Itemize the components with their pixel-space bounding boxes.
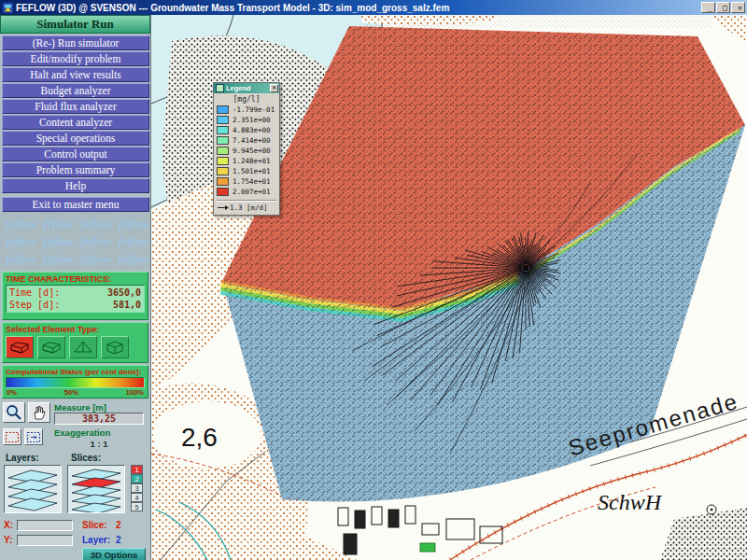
menu-budget-analyzer[interactable]: Budget analyzer [2, 83, 149, 98]
layers-stack-icon [5, 466, 61, 512]
legend-separator [217, 200, 276, 202]
measure-label: Measure [m] [54, 402, 106, 413]
step-label: Step [d]: [9, 299, 60, 311]
element-type-hex-icon[interactable] [37, 336, 65, 358]
sidebar: Simulator Run (Re-) Run simulator Edit/m… [0, 15, 151, 560]
time-panel-title: TIME CHARACTERISTICS: [6, 274, 145, 284]
legend-entry: 4.883e+00 [217, 125, 276, 135]
layer-value: 2 [116, 535, 121, 545]
legend-swatch [217, 136, 229, 145]
y-coordinate-field[interactable] [17, 535, 73, 546]
legend-entry: 1.501e+01 [217, 166, 276, 176]
slice-number-4[interactable]: 4 [131, 493, 143, 502]
menu-halt-view-results[interactable]: Halt and view results [2, 67, 149, 82]
menu-fluid-flux-analyzer[interactable]: Fluid flux analyzer [2, 99, 149, 114]
legend-entry: 2.351e+00 [217, 115, 276, 125]
menu-exit-master[interactable]: Exit to master menu [2, 197, 149, 212]
legend-swatch [217, 188, 229, 196]
time-label: Time [d]: [9, 287, 60, 299]
status-tick-0: 0% [7, 388, 17, 397]
legend-entry: 1.754e+01 [217, 176, 276, 187]
slice-number-3[interactable]: 3 [131, 483, 143, 493]
map-label-depth: 2,6 [181, 423, 218, 452]
status-progress-bar [6, 377, 145, 388]
element-type-tet-icon[interactable] [69, 336, 97, 358]
slice-label: Slice: [82, 520, 107, 530]
menu-control-output[interactable]: Control output [2, 147, 149, 161]
legend-swatch [217, 116, 229, 124]
time-value: 3650,0 [107, 287, 141, 299]
element-type-panel: Selected Element Type: [2, 322, 148, 363]
legend-swatch [217, 157, 229, 165]
slice-number-2[interactable]: 2 [131, 474, 143, 483]
element-type-prism-icon[interactable] [6, 336, 34, 358]
slice-number-list: 1 2 3 4 5 [131, 465, 144, 511]
hand-icon [31, 404, 48, 421]
layers-label: Layers: [6, 453, 39, 463]
legend-entry: -1.799e-01 [217, 105, 276, 115]
menu-edit-problem[interactable]: Edit/modify problem [2, 51, 149, 66]
zoom-tool-button[interactable] [3, 402, 25, 423]
slice-number-5[interactable]: 5 [131, 502, 143, 511]
element-type-title: Selected Element Type: [6, 325, 145, 334]
legend-unit: [mg/l] [217, 95, 276, 105]
green-marker [420, 543, 435, 552]
slice-number-1[interactable]: 1 [131, 465, 143, 474]
menu-problem-summary[interactable]: Problem summary [2, 162, 149, 177]
menu-content-analyzer[interactable]: Content analyzer [2, 115, 149, 130]
pan-tool-button[interactable] [28, 402, 50, 423]
legend-icon [216, 84, 224, 92]
legend-close-icon[interactable]: ✕ [270, 84, 278, 92]
legend-swatch [217, 126, 229, 134]
zoom-box-button[interactable] [3, 428, 21, 445]
maximize-icon[interactable]: □ [716, 2, 730, 13]
legend-entry: 7.414e+00 [217, 135, 276, 146]
legend-window: Legend ✕ [mg/l] -1.799e-01 2.351e+00 4.8… [213, 82, 280, 216]
map-label-place: SchwH [598, 490, 663, 514]
slice-value: 2 [116, 520, 121, 530]
legend-title: Legend [226, 84, 270, 92]
legend-swatch [217, 105, 229, 114]
status-tick-50: 50% [64, 388, 78, 397]
time-characteristics-panel: TIME CHARACTERISTICS: Time [d]:3650,0 St… [2, 272, 148, 320]
menu-run-simulator[interactable]: (Re-) Run simulator [2, 35, 149, 50]
element-type-brick-icon[interactable] [101, 336, 129, 358]
x-label: X: [4, 520, 13, 530]
slices-selector[interactable] [67, 465, 125, 513]
time-panel-values: Time [d]:3650,0 Step [d]:581,0 [6, 285, 145, 313]
menu-help[interactable]: Help [2, 178, 149, 193]
layers-selector[interactable] [4, 465, 62, 513]
slices-stack-icon [68, 466, 124, 512]
menu-special-operations[interactable]: Special operations [2, 131, 149, 146]
legend-titlebar[interactable]: Legend ✕ [214, 83, 279, 93]
sidebar-header: Simulator Run [0, 15, 150, 34]
feflow-window: FEFLOW (3D) @ SVENSON --- Groundwater Ma… [0, 0, 747, 560]
window-title: FEFLOW (3D) @ SVENSON --- Groundwater Ma… [16, 3, 701, 13]
legend-entry: 1.248e+01 [217, 156, 276, 166]
layer-label: Layer: [82, 535, 110, 545]
x-coordinate-field[interactable] [17, 520, 73, 531]
title-bar[interactable]: FEFLOW (3D) @ SVENSON --- Groundwater Ma… [0, 0, 747, 15]
tools-panel: Measure [m] 383,25 Exaggeration 1 : 1 [0, 400, 150, 452]
legend-body: [mg/l] -1.799e-01 2.351e+00 4.883e+00 7.… [214, 93, 279, 215]
legend-swatch [217, 177, 229, 186]
computational-status-panel: Computational Status (per cent done): 0%… [2, 365, 148, 399]
status-tick-100: 100% [126, 388, 144, 397]
shift-box-button[interactable] [24, 428, 43, 445]
legend-velocity: 1.3 [m/d] [217, 203, 276, 212]
exaggeration-label: Exaggeration [54, 427, 110, 438]
slices-label: Slices: [71, 453, 101, 463]
select-box-icon [5, 431, 20, 443]
feflow-watermark: feflowfeflowfeflowfeflow feflowfeflowfef… [0, 212, 150, 270]
close-icon[interactable]: ✕ [731, 2, 745, 13]
velocity-arrow-icon [217, 204, 230, 211]
move-box-icon [26, 431, 41, 443]
legend-swatch [217, 147, 229, 155]
well-center [523, 265, 529, 272]
step-value: 581,0 [113, 299, 141, 311]
legend-entry: 9.945e+00 [217, 146, 276, 156]
3d-options-button[interactable]: 3D Options [82, 548, 146, 560]
layers-slices-panel: Layers: Slices: [0, 452, 150, 517]
minimize-icon[interactable]: _ [701, 2, 715, 13]
legend-swatch [217, 167, 229, 175]
